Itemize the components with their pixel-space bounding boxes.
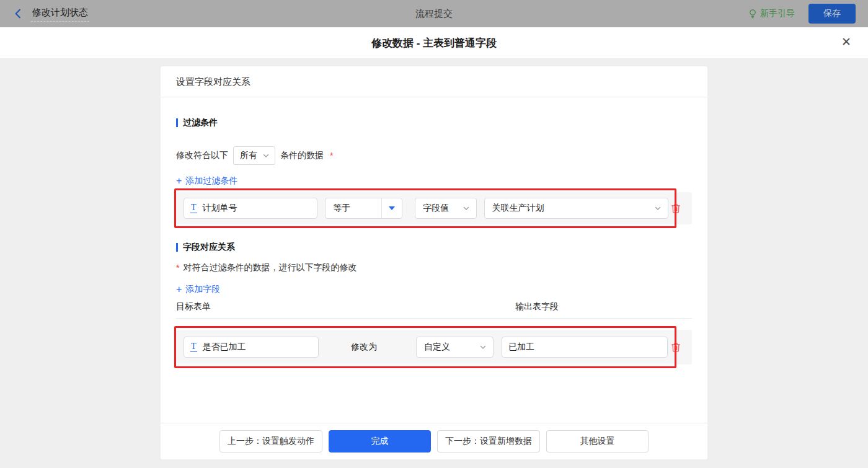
- text-field-icon: T: [190, 203, 197, 213]
- close-icon[interactable]: ✕: [839, 36, 853, 48]
- text-field-icon: T: [190, 342, 197, 352]
- modal-body: 设置字段对应关系 过滤条件 修改符合以下 所有 条件的数据 * +: [0, 59, 868, 468]
- match-suffix-label: 条件的数据: [280, 150, 324, 161]
- beginner-guide-link[interactable]: 新手引导: [748, 8, 795, 19]
- modal-title: 修改数据 - 主表到普通字段: [371, 36, 497, 50]
- trash-icon: [670, 342, 681, 353]
- plus-icon: +: [176, 285, 182, 294]
- back-button[interactable]: [12, 8, 24, 19]
- column-divider: [176, 318, 692, 319]
- card-header-title: 设置字段对应关系: [161, 66, 707, 97]
- add-field-link[interactable]: + 添加字段: [176, 284, 220, 295]
- mapping-row: T 是否已加工 修改为 自定义 已加工: [176, 330, 692, 364]
- done-button[interactable]: 完成: [329, 430, 431, 453]
- prev-step-button[interactable]: 上一步：设置触发动作: [219, 430, 322, 453]
- filter-section-title: 过滤条件: [176, 117, 692, 128]
- delete-condition-button[interactable]: [668, 201, 683, 216]
- filter-condition-row-wrap: T 计划单号 等于 字段值: [176, 192, 692, 224]
- add-filter-condition-link[interactable]: + 添加过滤条件: [176, 175, 237, 187]
- beginner-guide-label: 新手引导: [760, 8, 795, 19]
- value-mode-select[interactable]: 自定义: [416, 337, 494, 358]
- match-type-select[interactable]: 所有: [233, 146, 275, 165]
- operator-select[interactable]: 等于: [325, 198, 402, 219]
- mapping-row-wrap: T 是否已加工 修改为 自定义 已加工: [176, 330, 692, 364]
- filter-field-value: 计划单号: [203, 203, 237, 214]
- save-button[interactable]: 保存: [808, 4, 856, 24]
- column-target-form: 目标表单: [176, 301, 211, 311]
- other-settings-button[interactable]: 其他设置: [546, 430, 649, 453]
- target-field-value: 是否已加工: [203, 342, 246, 353]
- chevron-down-icon: [262, 152, 270, 159]
- value-type-select[interactable]: 字段值: [415, 198, 476, 219]
- custom-value-text: 已加工: [508, 342, 534, 353]
- next-step-button[interactable]: 下一步：设置新增数据: [437, 430, 540, 453]
- target-field-select[interactable]: T 是否已加工: [184, 337, 319, 358]
- mapping-column-headers: 目标表单 输出表字段: [176, 301, 692, 314]
- chevron-down-icon: [654, 205, 662, 212]
- trash-icon: [670, 203, 681, 214]
- card-footer: 上一步：设置触发动作 完成 下一步：设置新增数据 其他设置: [161, 423, 707, 459]
- filter-condition-row: T 计划单号 等于 字段值: [176, 192, 692, 224]
- match-prefix-label: 修改符合以下: [176, 150, 228, 161]
- workflow-node-title[interactable]: 修改计划状态: [31, 6, 89, 22]
- column-output-field: 输出表字段: [515, 301, 559, 312]
- operator-caret-zone[interactable]: [381, 198, 402, 218]
- delete-mapping-button[interactable]: [668, 340, 683, 355]
- chevron-left-icon: [12, 8, 24, 19]
- required-asterisk: *: [330, 151, 333, 161]
- custom-value-input[interactable]: 已加工: [502, 337, 668, 358]
- section-accent-bar: [176, 118, 178, 127]
- caret-down-icon: [389, 206, 395, 210]
- topbar-center-title: 流程提交: [0, 8, 868, 20]
- required-asterisk: *: [176, 263, 179, 273]
- value-field-select[interactable]: 关联生产计划: [484, 198, 669, 219]
- plus-icon: +: [176, 176, 182, 186]
- settings-card: 设置字段对应关系 过滤条件 修改符合以下 所有 条件的数据 * +: [161, 66, 707, 459]
- mapping-section-title: 字段对应关系: [176, 242, 692, 253]
- chevron-down-icon: [479, 343, 487, 351]
- section-accent-bar: [176, 243, 178, 252]
- modify-to-label: 修改为: [351, 342, 377, 353]
- top-bar: 修改计划状态 流程提交 新手引导 保存: [0, 0, 868, 27]
- chevron-down-icon: [463, 205, 470, 212]
- filter-field-select[interactable]: T 计划单号: [184, 198, 317, 219]
- lightbulb-icon: [748, 9, 757, 19]
- modal-header: 修改数据 - 主表到普通字段 ✕: [0, 27, 868, 59]
- mapping-description: * 对符合过滤条件的数据，进行以下字段的修改: [176, 262, 692, 273]
- match-condition-row: 修改符合以下 所有 条件的数据 *: [176, 146, 692, 165]
- card-body: 过滤条件 修改符合以下 所有 条件的数据 * + 添加过滤条件: [161, 117, 707, 364]
